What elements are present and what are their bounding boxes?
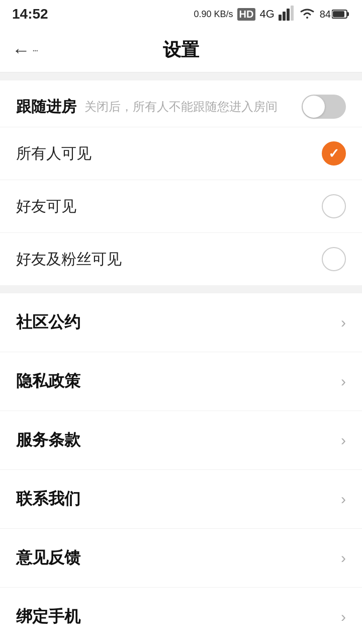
status-bar: 14:52 0.90 KB/s HD 4G 84: [0, 0, 362, 28]
follow-room-block: 跟随进房 关闭后，所有人不能跟随您进入房间: [0, 80, 362, 127]
menu-privacy-label: 隐私政策: [16, 370, 80, 392]
back-arrow-icon: ←: [12, 40, 30, 61]
battery-text: 84: [320, 9, 331, 20]
svg-rect-6: [333, 11, 344, 17]
chevron-privacy-icon: ›: [341, 373, 346, 390]
menu-section: 社区公约 › 隐私政策 › 服务条款 › 联系我们 › 意见反馈 › 绑定手机 …: [0, 293, 362, 644]
follow-room-toggle[interactable]: [302, 95, 346, 119]
wifi-icon: [299, 7, 316, 22]
menu-terms-label: 服务条款: [16, 429, 80, 451]
nav-bar: ← ··· 设置: [0, 28, 362, 72]
visibility-all-label: 所有人可见: [16, 143, 92, 164]
chevron-terms-icon: ›: [341, 432, 346, 449]
visibility-all[interactable]: 所有人可见: [0, 127, 362, 180]
visibility-friends-label: 好友可见: [16, 196, 76, 217]
toggle-knob: [303, 96, 325, 118]
menu-item-privacy[interactable]: 隐私政策 ›: [0, 352, 362, 411]
follow-room-description: 关闭后，所有人不能跟随您进入房间: [84, 99, 302, 115]
visibility-all-radio[interactable]: [322, 141, 346, 166]
status-icons: 0.90 KB/s HD 4G 84: [194, 6, 350, 23]
back-dots: ···: [32, 44, 38, 56]
menu-bind-phone-label: 绑定手机: [16, 606, 80, 628]
menu-item-community[interactable]: 社区公约 ›: [0, 293, 362, 352]
visibility-friends[interactable]: 好友可见: [0, 180, 362, 233]
svg-rect-5: [347, 12, 349, 16]
follow-room-title: 跟随进房: [16, 97, 76, 117]
svg-rect-0: [279, 15, 282, 21]
visibility-friends-radio[interactable]: [322, 194, 346, 218]
hd-icon: HD: [237, 8, 256, 21]
battery-icon: 84: [320, 9, 350, 20]
menu-item-contact[interactable]: 联系我们 ›: [0, 470, 362, 529]
visibility-friends-fans[interactable]: 好友及粉丝可见: [0, 233, 362, 285]
chevron-community-icon: ›: [341, 314, 346, 331]
svg-rect-2: [287, 9, 290, 21]
chevron-feedback-icon: ›: [341, 549, 346, 567]
back-button[interactable]: ← ···: [12, 40, 38, 61]
chevron-bind-phone-icon: ›: [341, 608, 346, 625]
follow-room-header: 跟随进房 关闭后，所有人不能跟随您进入房间: [16, 95, 346, 119]
signal-bars-icon: [279, 6, 295, 23]
page-title: 设置: [163, 38, 199, 62]
chevron-contact-icon: ›: [341, 491, 346, 508]
status-time: 14:52: [12, 6, 48, 22]
menu-contact-label: 联系我们: [16, 488, 80, 510]
menu-feedback-label: 意见反馈: [16, 547, 80, 569]
svg-rect-1: [283, 12, 286, 21]
svg-rect-3: [291, 6, 294, 21]
menu-item-terms[interactable]: 服务条款 ›: [0, 411, 362, 470]
network-speed: 0.90 KB/s: [194, 9, 233, 20]
menu-community-label: 社区公约: [16, 311, 80, 334]
visibility-friends-fans-radio[interactable]: [322, 247, 346, 271]
follow-room-section: 跟随进房 关闭后，所有人不能跟随您进入房间 所有人可见 好友可见 好友及粉丝可见: [0, 80, 362, 285]
menu-item-feedback[interactable]: 意见反馈 ›: [0, 529, 362, 588]
menu-item-bind-phone[interactable]: 绑定手机 ›: [0, 588, 362, 644]
visibility-friends-fans-label: 好友及粉丝可见: [16, 249, 122, 270]
4g-icon: 4G: [259, 8, 274, 21]
